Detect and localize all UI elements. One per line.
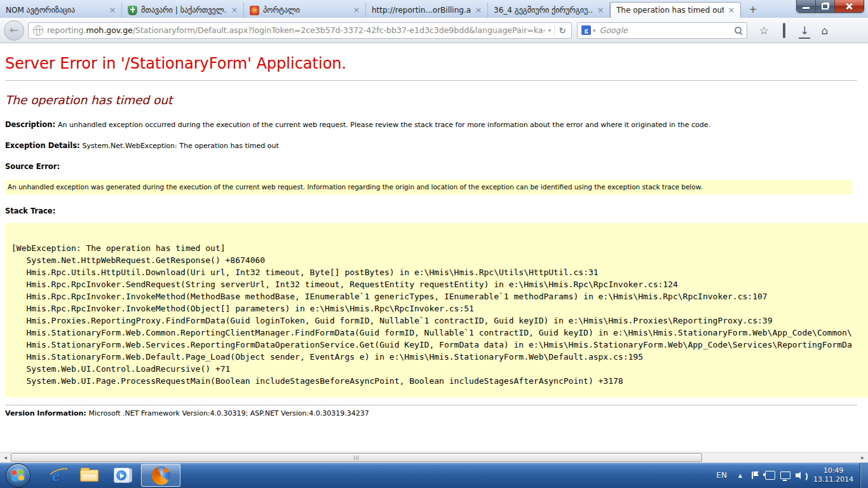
tab-title: http://reportin...orBilling.aspx bbox=[372, 6, 471, 15]
tab-title: პორტალი bbox=[263, 6, 349, 15]
url-dropdown-icon[interactable]: ▾ bbox=[545, 27, 555, 34]
home-icon[interactable]: ⌂ bbox=[815, 21, 835, 40]
taskbar-item-firefox-active[interactable] bbox=[141, 464, 180, 487]
search-placeholder[interactable]: Google bbox=[600, 25, 734, 35]
clock-date: 13.11.2014 bbox=[813, 475, 853, 484]
tab-title: NOM ავტორიზაცია bbox=[6, 6, 105, 15]
tab-title: The operation has timed out bbox=[616, 6, 724, 15]
reload-icon[interactable]: ↻ bbox=[554, 25, 569, 36]
desktop: NOM ავტორიზაცია × მთავარი | საქართველ...… bbox=[0, 0, 868, 488]
taskbar-item-media-player[interactable] bbox=[105, 463, 139, 488]
start-button[interactable] bbox=[6, 463, 31, 488]
tab-bar: NOM ავტორიზაცია × მთავარი | საქართველ...… bbox=[0, 0, 868, 18]
scroll-left-arrow-icon[interactable]: ◂ bbox=[0, 452, 11, 463]
source-error-box: An unhandled exception was generated dur… bbox=[5, 180, 852, 194]
tab-operation-timed-out[interactable]: The operation has timed out × bbox=[610, 2, 741, 18]
language-indicator[interactable]: EN bbox=[710, 471, 733, 480]
show-desktop-button[interactable] bbox=[860, 463, 868, 488]
scroll-right-arrow-icon[interactable]: ▸ bbox=[857, 452, 868, 463]
source-error-heading: Source Error: bbox=[5, 162, 868, 171]
search-icon[interactable] bbox=[734, 26, 743, 35]
exception-label: Exception Details: bbox=[5, 141, 83, 150]
action-center-flag-icon[interactable] bbox=[747, 463, 763, 488]
stack-trace-heading: Stack Trace: bbox=[5, 207, 868, 215]
minimize-button[interactable] bbox=[797, 0, 816, 12]
description-line: Description: An unhandled exception occu… bbox=[5, 120, 868, 129]
description-text: An unhandled exception occurred during t… bbox=[58, 121, 710, 129]
scrollbar-thumb[interactable] bbox=[11, 453, 702, 462]
back-button[interactable]: ← bbox=[4, 20, 24, 41]
url-prefix: reporting. bbox=[47, 25, 86, 35]
divider bbox=[5, 80, 857, 81]
tab-close-icon[interactable]: × bbox=[351, 5, 362, 15]
tray-expand-icon[interactable]: ▲ bbox=[733, 473, 747, 478]
emblem-favicon-icon bbox=[250, 6, 259, 15]
tab-close-icon[interactable]: × bbox=[473, 5, 484, 15]
new-tab-button[interactable]: + bbox=[745, 4, 761, 17]
google-favicon-icon: g bbox=[581, 25, 591, 35]
version-information-line: Version Information: Microsoft .NET Fram… bbox=[5, 409, 868, 417]
close-button[interactable] bbox=[835, 0, 864, 12]
url-domain: moh.gov.ge bbox=[86, 25, 132, 35]
health-shield-favicon-icon bbox=[128, 6, 137, 15]
tab-reporting-billing[interactable]: http://reportin...orBilling.aspx × bbox=[366, 3, 488, 18]
network-icon[interactable] bbox=[778, 463, 793, 488]
tab-close-icon[interactable]: × bbox=[229, 5, 240, 15]
url-path: /Stationaryform/Default.aspx?loginToken=… bbox=[133, 25, 545, 35]
firefox-icon bbox=[152, 466, 170, 485]
url-bar[interactable]: reporting.moh.gov.ge/Stationaryform/Defa… bbox=[28, 22, 572, 39]
window-controls bbox=[796, 0, 864, 13]
exception-text: System.Net.WebException: The operation h… bbox=[83, 142, 279, 150]
version-label: Version Information: bbox=[5, 409, 89, 417]
search-engine-dropdown-icon[interactable]: ▾ bbox=[591, 27, 600, 34]
bookmark-star-icon[interactable]: ☆ bbox=[754, 21, 774, 40]
error-page-title: Server Error in '/StationaryForm' Applic… bbox=[5, 55, 868, 72]
windows-flag-icon bbox=[11, 470, 24, 481]
description-label: Description: bbox=[5, 120, 58, 129]
internet-explorer-icon: e bbox=[52, 465, 60, 485]
url-text[interactable]: reporting.moh.gov.ge/Stationaryform/Defa… bbox=[47, 25, 545, 35]
navigation-toolbar: ← reporting.moh.gov.ge/Stationaryform/De… bbox=[0, 18, 868, 43]
bookmarks-panel-icon bbox=[783, 23, 785, 38]
divider bbox=[5, 405, 857, 405]
version-text: Microsoft .NET Framework Version:4.0.303… bbox=[89, 409, 369, 417]
source-error-text: An unhandled exception was generated dur… bbox=[8, 183, 703, 191]
minimize-icon bbox=[803, 7, 810, 9]
horizontal-scrollbar[interactable]: ◂ ▸ bbox=[0, 452, 868, 463]
tab-close-icon[interactable]: × bbox=[726, 5, 736, 15]
tab-title: მთავარი | საქართველ... bbox=[141, 6, 227, 15]
tab-mtavari[interactable]: მთავარი | საქართველ... × bbox=[122, 3, 244, 18]
stack-trace-text: [WebException: The operation has timed o… bbox=[11, 242, 868, 387]
restore-icon bbox=[822, 3, 829, 10]
site-identity-globe-icon[interactable] bbox=[33, 25, 43, 36]
volume-icon[interactable] bbox=[793, 463, 808, 488]
restore-button[interactable] bbox=[816, 0, 835, 12]
tab-close-icon[interactable]: × bbox=[595, 5, 606, 15]
search-bar[interactable]: g ▾ Google bbox=[577, 22, 747, 39]
page-content: Server Error in '/StationaryForm' Applic… bbox=[0, 43, 868, 452]
tab-nom-authorization[interactable]: NOM ავტორიზაცია × bbox=[0, 3, 122, 18]
clock-time: 10:49 bbox=[813, 466, 853, 475]
media-player-icon bbox=[114, 468, 130, 483]
exception-details-line: Exception Details: System.Net.WebExcepti… bbox=[5, 141, 868, 150]
system-tray: EN ▲ 10:49 13.11.2014 bbox=[710, 463, 868, 488]
bookmarks-menu-icon[interactable] bbox=[774, 21, 794, 40]
taskbar: e EN ▲ 10:49 13.11.2014 bbox=[0, 463, 868, 488]
power-plug-icon[interactable] bbox=[763, 463, 778, 488]
tab-close-icon[interactable]: × bbox=[107, 5, 118, 15]
tab-36-4-surgery[interactable]: 36_4 გეგმიური ქირურგიუ... × bbox=[488, 3, 610, 18]
stack-trace-box: [WebException: The operation has timed o… bbox=[5, 223, 868, 397]
toolbar-icons: ☆ ↓ ⌂ bbox=[754, 21, 855, 40]
taskbar-item-internet-explorer[interactable]: e bbox=[39, 463, 72, 488]
tab-portal[interactable]: პორტალი × bbox=[244, 3, 366, 18]
folder-icon bbox=[80, 470, 98, 482]
error-message-subtitle: The operation has timed out bbox=[5, 93, 868, 107]
downloads-icon[interactable]: ↓ bbox=[794, 21, 815, 40]
tab-title: 36_4 გეგმიური ქირურგიუ... bbox=[494, 6, 593, 15]
taskbar-item-explorer[interactable] bbox=[72, 463, 105, 488]
clock[interactable]: 10:49 13.11.2014 bbox=[808, 466, 860, 484]
